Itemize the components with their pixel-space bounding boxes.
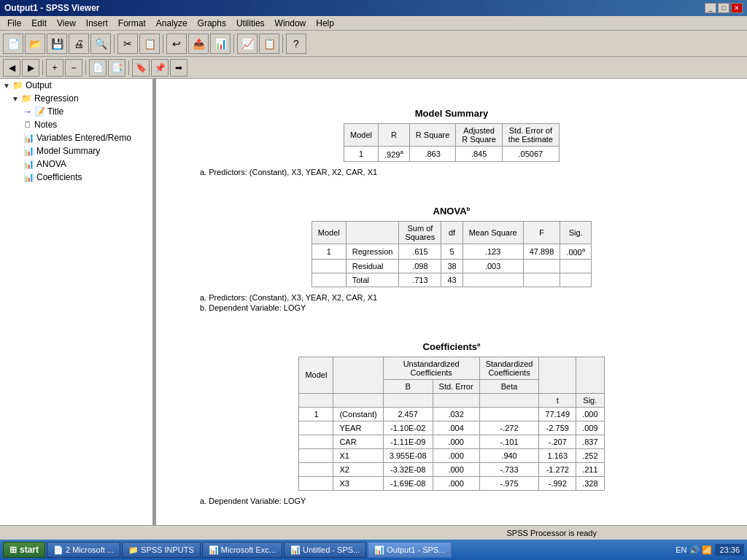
save-button[interactable]: 💾: [47, 34, 67, 54]
window-title: Output1 - SPSS Viewer: [4, 3, 99, 13]
taskbar-icon-1: 📁: [128, 545, 139, 555]
tree-regression-label: Regression: [34, 93, 79, 104]
forward-button[interactable]: ▶: [22, 59, 39, 77]
tree-coefficients[interactable]: 📊 Coefficients: [0, 171, 152, 184]
undo-button[interactable]: ↩: [166, 34, 187, 54]
close-button[interactable]: ✕: [731, 3, 743, 13]
coeff-beta-car: -.101: [479, 435, 539, 448]
expand-button[interactable]: +: [46, 59, 63, 77]
hide-button[interactable]: 📑: [108, 59, 125, 77]
bookmark1-button[interactable]: 🔖: [132, 59, 150, 77]
arrow-icon: →: [23, 106, 32, 117]
coeff-se-x1: .000: [433, 448, 479, 462]
coefficients-table: Model UnstandardizedCoefficients Standar…: [298, 357, 604, 491]
maximize-button[interactable]: □: [718, 3, 729, 13]
taskbar-item-2[interactable]: 📊 Microsoft Exc...: [202, 542, 282, 558]
coeff-x2: X2: [333, 462, 383, 476]
open-button[interactable]: 📂: [25, 34, 45, 54]
coeff-t-year: -2.759: [539, 421, 576, 435]
cut-button[interactable]: ✂: [117, 34, 138, 54]
pivot-button[interactable]: 📋: [259, 34, 279, 54]
tree-variables[interactable]: 📊 Variables Entered/Remo: [0, 131, 152, 144]
menu-insert[interactable]: Insert: [82, 18, 112, 29]
menu-graphs[interactable]: Graphs: [193, 18, 231, 29]
taskbar-item-4[interactable]: 📊 Output1 - SPS...: [368, 542, 452, 558]
taskbar-item-3[interactable]: 📊 Untitled - SPS...: [284, 542, 366, 558]
tree-model-label: Model Summary: [36, 146, 100, 156]
coeff-hdr-name: [333, 393, 383, 407]
expand-icon2: ▼: [12, 95, 19, 103]
bookmark2-button[interactable]: 📌: [151, 59, 169, 77]
collapse-button[interactable]: −: [65, 59, 82, 77]
menu-analyze[interactable]: Analyze: [152, 18, 192, 29]
back-button[interactable]: ◀: [3, 59, 20, 77]
cell-residual: Residual: [346, 259, 399, 273]
cell-ms-tot: [462, 273, 523, 287]
model-summary-table: Model R R Square AdjustedR Square Std. E…: [344, 123, 560, 162]
coeff-model-empty2: [299, 435, 333, 448]
coeff-model-empty3: [299, 448, 333, 462]
coefficients-title: Coefficientsa: [178, 341, 725, 352]
taskbar: ⊞ start 📄 2 Microsoft ... 📁 SPSS INPUTS …: [0, 540, 747, 560]
coeff-hdr-model: [299, 393, 333, 407]
taskbar-icon-4: 📊: [374, 545, 384, 555]
cell-ms-res: .003: [462, 259, 523, 273]
anova-title: ANOVAb: [178, 206, 725, 217]
output-button[interactable]: 📊: [210, 34, 231, 54]
expand-icon: ▼: [3, 82, 10, 90]
start-button[interactable]: ⊞ start: [3, 542, 45, 558]
menu-help[interactable]: Help: [311, 18, 338, 29]
menu-format[interactable]: Format: [114, 18, 150, 29]
menu-bar: File Edit View Insert Format Analyze Gra…: [0, 16, 747, 31]
tree-output[interactable]: ▼ 📁 Output: [0, 79, 152, 92]
chart-button[interactable]: 📈: [237, 34, 258, 54]
menu-utilities[interactable]: Utilities: [232, 18, 269, 29]
paste-button[interactable]: 📋: [139, 34, 160, 54]
anova-col-df: df: [441, 221, 462, 244]
taskbar-item-1[interactable]: 📁 SPSS INPUTS: [122, 542, 201, 558]
coeff-sig-x2: .211: [576, 462, 604, 476]
coeff-b-car: -1.11E-09: [383, 435, 433, 448]
export-button[interactable]: 📤: [188, 34, 209, 54]
coeff-col-b: B: [383, 379, 433, 393]
table-icon3: 📊: [23, 146, 34, 156]
tree-notes[interactable]: 🗒 Notes: [0, 118, 152, 131]
new-button[interactable]: 📄: [3, 34, 23, 54]
lang-indicator: EN: [676, 545, 686, 554]
tree-model-summary[interactable]: 📊 Model Summary: [0, 144, 152, 158]
minimize-button[interactable]: _: [705, 3, 716, 13]
goto-button[interactable]: ➡: [170, 59, 187, 77]
menu-file[interactable]: File: [3, 18, 26, 29]
coeff-hdr-sig: Sig.: [576, 393, 604, 407]
taskbar-icon-2: 📊: [209, 545, 219, 555]
coeff-col-model: Model: [299, 357, 333, 393]
coeff-hdr-b: [383, 393, 433, 407]
show-button[interactable]: 📄: [89, 59, 107, 77]
col-stderr: Std. Error ofthe Estimate: [502, 124, 559, 147]
taskbar-label-3: Untitled - SPS...: [303, 545, 360, 554]
help-tb-button[interactable]: ?: [286, 34, 306, 54]
coeff-year: YEAR: [333, 421, 383, 435]
content-scroll[interactable]: Model Summary Model R R Square AdjustedR…: [156, 79, 747, 525]
cell-r: .929a: [378, 147, 409, 162]
print-button[interactable]: 🖨: [69, 34, 89, 54]
cell-df-tot: 43: [441, 273, 462, 287]
menu-window[interactable]: Window: [271, 18, 311, 29]
coeff-sig-car: .837: [576, 435, 604, 448]
coeff-x3: X3: [333, 476, 383, 490]
menu-edit[interactable]: Edit: [27, 18, 51, 29]
taskbar-right: EN 🔊 📶 23:36: [676, 544, 744, 556]
cell-model1: 1: [311, 244, 346, 259]
tree-anova[interactable]: 📊 ANOVA: [0, 158, 152, 171]
cell-regression: Regression: [346, 244, 399, 259]
cell-df-reg: 5: [441, 244, 462, 259]
tree-regression[interactable]: ▼ 📁 Regression: [0, 92, 152, 105]
taskbar-item-0[interactable]: 📄 2 Microsoft ...: [47, 542, 120, 558]
taskbar-icon-3: 📊: [290, 545, 301, 555]
coefficients-note: a. Dependent Variable: LOGY: [200, 497, 725, 505]
separator2: [163, 34, 163, 53]
table-row: CAR -1.11E-09 .000 -.101 -.207 .837: [299, 435, 604, 448]
print-preview-button[interactable]: 🔍: [90, 34, 111, 54]
menu-view[interactable]: View: [53, 18, 80, 29]
tree-title[interactable]: → 📝 Title: [0, 105, 152, 118]
